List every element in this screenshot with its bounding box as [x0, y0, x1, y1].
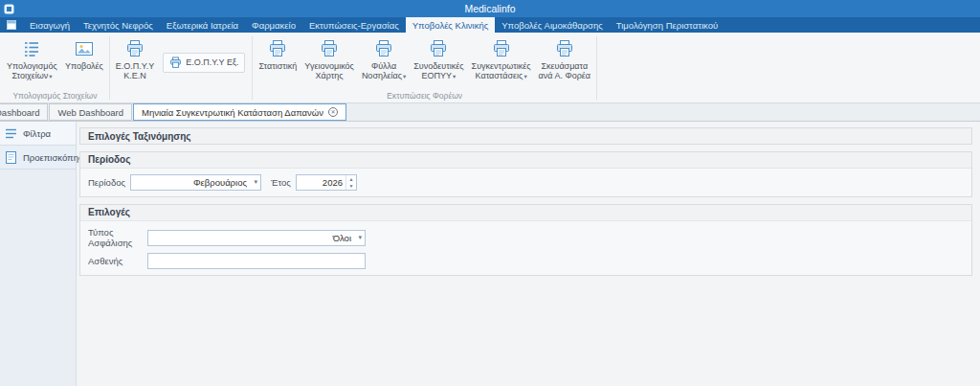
- period-value: Φεβρουάριος: [193, 175, 247, 190]
- ribbon: Υπολογισμός Στοιχείων▾ Υποβολές Υπολογισ…: [0, 33, 980, 103]
- tab-dashboard[interactable]: Dashboard: [0, 103, 48, 121]
- ribbon-group-separator: [596, 36, 597, 100]
- statistics-print-button[interactable]: Στατιστική: [255, 34, 301, 90]
- sidebar-item-preview[interactable]: Προεπισκόπηση: [0, 146, 76, 170]
- printer-icon: [555, 37, 574, 60]
- insurance-type-value: Όλοι: [333, 231, 351, 245]
- ribbon-group-caption: [111, 90, 252, 102]
- health-map-print-button[interactable]: Υγειονομικός Χάρτης: [301, 34, 358, 90]
- ribbon-tab-ypovoles-aimokatharsis[interactable]: Υποβολές Αιμοκάθαρσης: [495, 17, 610, 33]
- ribbon-tab-exoterika-iatreia[interactable]: Εξωτερικά Ιατρεία: [160, 17, 245, 33]
- spin-down-icon[interactable]: ▼: [346, 183, 356, 191]
- ribbon-group-separator: [109, 36, 110, 100]
- app-menu-icon[interactable]: [0, 17, 23, 33]
- patient-label: Ασθενής: [88, 256, 147, 266]
- printer-icon: [125, 37, 145, 60]
- printer-icon: [374, 37, 393, 60]
- ribbon-group-caption: Εκτυπώσεις Φορέων: [254, 90, 595, 102]
- calculator-list-icon: [22, 37, 41, 60]
- document-tab-bar: Dashboard Web Dashboard Μηνιαία Συγκεντρ…: [0, 103, 980, 122]
- window-title: Medicalinfo: [0, 3, 980, 14]
- tab-web-dashboard[interactable]: Web Dashboard: [49, 103, 131, 121]
- printer-icon: [492, 37, 511, 60]
- insurance-type-combobox[interactable]: Όλοι ▾: [147, 230, 366, 246]
- year-label: Έτος: [271, 177, 296, 188]
- spin-up-icon[interactable]: ▲: [346, 175, 356, 183]
- ribbon-tab-texnitos-nefros[interactable]: Τεχνητός Νεφρός: [77, 17, 160, 33]
- ribbon-tab-farmakeio[interactable]: Φαρμακείο: [245, 17, 302, 33]
- printer-icon: [320, 37, 339, 60]
- titlebar: Medicalinfo: [0, 0, 980, 17]
- ribbon-tab-ypovoles-klinikis[interactable]: Υποβολές Κλινικής: [406, 17, 495, 33]
- chevron-down-icon: ▾: [254, 178, 257, 186]
- period-combobox[interactable]: Φεβρουάριος ▾: [130, 174, 261, 191]
- ribbon-group-prints: Στατιστική Υγειονομικός Χάρτης Φύλλα Νοσ…: [254, 34, 595, 102]
- period-group: Περίοδος Περίοδος Φεβρουάριος ▾ Έτος 202…: [79, 151, 972, 197]
- ribbon-tab-bar: Εισαγωγή Τεχνητός Νεφρός Εξωτερικά Ιατρε…: [0, 17, 980, 33]
- insurance-type-label: Τύπος Ασφάλισης: [88, 227, 147, 248]
- chevron-down-icon: ▾: [358, 234, 362, 241]
- submissions-button[interactable]: Υποβολές: [61, 34, 107, 90]
- main-area: Φίλτρα Προεπισκόπηση Επιλογές Ταξινόμηση…: [0, 122, 980, 386]
- options-group-caption: Επιλογές: [80, 205, 971, 221]
- chevron-down-icon: ▾: [453, 73, 456, 79]
- filter-list-icon: [4, 126, 18, 141]
- eopyy-accompanying-print-button[interactable]: Συνοδευτικές ΕΟΠΥΥ▾: [410, 34, 467, 90]
- year-spin-edit[interactable]: 2026 ▲ ▼: [296, 174, 357, 191]
- ribbon-group-calc: Υπολογισμός Στοιχείων▾ Υποβολές Υπολογισ…: [2, 34, 108, 102]
- ribbon-tab-eisagogi[interactable]: Εισαγωγή: [23, 17, 77, 33]
- ribbon-tab-timologisi-peristatikou[interactable]: Τιμολόγηση Περιστατικού: [610, 17, 724, 33]
- preparations-per-insurer-print-button[interactable]: Σκευάσματα ανά Α. Φορέα: [535, 34, 594, 90]
- ribbon-tab-ektyposeis-ergasias[interactable]: Εκτυπώσεις-Εργασίας: [302, 17, 406, 33]
- eopyy-ken-button[interactable]: Ε.Ο.Π.Υ.Υ Κ.Ε.Ν: [112, 34, 158, 90]
- ribbon-group-eopyy: Ε.Ο.Π.Υ.Υ Κ.Ε.Ν Ε.Ο.Π.Υ.Υ Εξ.: [111, 34, 252, 102]
- printer-icon: [169, 57, 182, 69]
- content-area: Επιλογές Ταξινόμησης Περίοδος Περίοδος Φ…: [77, 122, 980, 386]
- chevron-down-icon: ▾: [523, 73, 526, 79]
- printer-icon: [429, 37, 448, 60]
- close-icon[interactable]: ✕: [328, 107, 338, 117]
- sort-options-header: Επιλογές Ταξινόμησης: [79, 127, 972, 145]
- preview-icon: [4, 150, 18, 165]
- chevron-down-icon: ▾: [403, 73, 406, 79]
- options-group: Επιλογές Τύπος Ασφάλισης Όλοι ▾ Ασθενής: [79, 204, 972, 276]
- eopyy-ex-button[interactable]: Ε.Ο.Π.Υ.Υ Εξ.: [163, 53, 245, 73]
- sidebar: Φίλτρα Προεπισκόπηση: [0, 122, 77, 386]
- patient-input[interactable]: [147, 253, 366, 269]
- summary-statements-print-button[interactable]: Συγκεντρωτικές Καταστάσεις▾: [468, 34, 535, 90]
- tab-monthly-summary-report[interactable]: Μηνιαία Συγκεντρωτική Κατάσταση Δαπανών …: [133, 103, 346, 121]
- ribbon-group-caption: Υπολογισμός Στοιχείων: [2, 90, 108, 102]
- image-icon: [75, 37, 94, 60]
- year-value: 2026: [323, 175, 343, 190]
- calc-elements-button[interactable]: Υπολογισμός Στοιχείων▾: [3, 34, 61, 90]
- nursing-sheets-print-button[interactable]: Φύλλα Νοσηλείας▾: [358, 34, 410, 90]
- period-group-caption: Περίοδος: [80, 152, 971, 169]
- sidebar-item-filters[interactable]: Φίλτρα: [0, 122, 76, 146]
- period-label: Περίοδος: [88, 177, 130, 188]
- ribbon-group-separator: [252, 36, 253, 100]
- chevron-down-icon: ▾: [49, 73, 52, 79]
- printer-icon: [268, 37, 287, 60]
